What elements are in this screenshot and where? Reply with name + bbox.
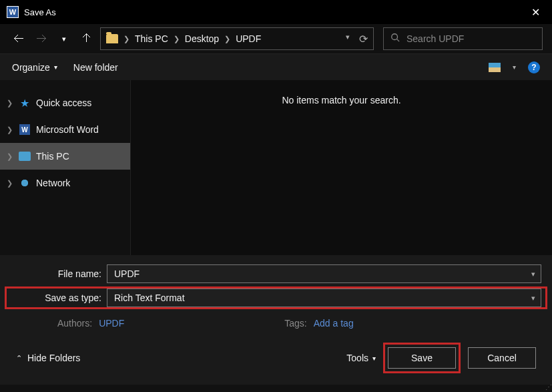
save-button[interactable]: Save	[388, 347, 456, 369]
organize-menu[interactable]: Organize ▾	[12, 62, 57, 73]
network-icon	[19, 178, 30, 188]
folder-icon	[106, 34, 118, 43]
chevron-right-icon: ❯	[171, 35, 182, 43]
breadcrumb-leaf[interactable]: UPDF	[236, 33, 261, 44]
view-dropdown[interactable]: ▾	[513, 63, 516, 71]
tools-menu[interactable]: Tools ▾	[346, 353, 376, 363]
breadcrumb-mid[interactable]: Desktop	[185, 33, 219, 44]
sidebar-item-word[interactable]: ❯ W Microsoft Word	[0, 116, 130, 143]
resize-grip[interactable]: ⋰	[545, 383, 551, 391]
tags-value[interactable]: Add a tag	[314, 318, 354, 329]
footer: ⌃ Hide Folders Tools ▾ Save Cancel	[7, 338, 545, 379]
chevron-right-icon: ❯	[121, 35, 132, 43]
recent-dropdown[interactable]: ▾	[55, 29, 73, 48]
chevron-right-icon: ❯	[7, 152, 13, 161]
star-icon: ★	[19, 97, 31, 108]
savetype-select[interactable]: Rich Text Format ▾	[107, 288, 541, 307]
chevron-right-icon: ❯	[222, 35, 233, 43]
file-list-area: No items match your search.	[131, 80, 552, 255]
pc-icon	[19, 152, 31, 161]
save-form: File name: UPDF ▾ Save as type: Rich Tex…	[0, 255, 552, 385]
up-button[interactable]: 🡡	[77, 29, 96, 48]
nav-bar: 🡠 🡢 ▾ 🡡 ❯ This PC ❯ Desktop ❯ UPDF ▾ ⟳ S…	[0, 24, 552, 53]
address-bar[interactable]: ❯ This PC ❯ Desktop ❯ UPDF ▾ ⟳	[100, 27, 374, 50]
sidebar: ❯ ★ Quick access ❯ W Microsoft Word ❯ Th…	[0, 80, 131, 255]
address-dropdown[interactable]: ▾	[346, 33, 350, 45]
sidebar-item-label: Quick access	[36, 97, 91, 108]
svg-line-1	[397, 39, 400, 42]
cancel-button[interactable]: Cancel	[468, 347, 536, 369]
filename-input[interactable]: UPDF ▾	[107, 264, 541, 283]
view-options-icon[interactable]	[489, 63, 501, 72]
new-folder-button[interactable]: New folder	[73, 62, 118, 73]
refresh-button[interactable]: ⟳	[359, 33, 368, 45]
sidebar-item-this-pc[interactable]: ❯ This PC	[0, 143, 130, 170]
close-button[interactable]: ✕	[526, 3, 545, 21]
chevron-right-icon: ❯	[7, 99, 13, 108]
main-area: ❯ ★ Quick access ❯ W Microsoft Word ❯ Th…	[0, 80, 552, 255]
savetype-label: Save as type:	[7, 292, 107, 303]
sidebar-item-label: This PC	[36, 151, 69, 162]
search-icon	[390, 33, 400, 45]
hide-folders-toggle[interactable]: ⌃ Hide Folders	[16, 353, 80, 363]
forward-button[interactable]: 🡢	[32, 29, 51, 48]
authors-label: Authors:	[57, 318, 92, 329]
search-placeholder: Search UPDF	[406, 33, 464, 44]
breadcrumb-root[interactable]: This PC	[135, 33, 168, 44]
svg-point-0	[392, 34, 398, 40]
chevron-down-icon: ▾	[531, 270, 535, 278]
chevron-right-icon: ❯	[7, 126, 13, 134]
help-button[interactable]: ?	[528, 61, 540, 73]
chevron-up-icon: ⌃	[16, 354, 22, 363]
tags-label: Tags:	[284, 318, 306, 329]
authors-value[interactable]: UPDF	[99, 318, 124, 329]
sidebar-item-network[interactable]: ❯ Network	[0, 170, 130, 196]
search-input[interactable]: Search UPDF	[383, 27, 543, 50]
word-icon: W	[19, 124, 30, 135]
filename-label: File name:	[7, 268, 107, 279]
titlebar: W Save As ✕	[0, 0, 552, 24]
save-type-row-highlight: Save as type: Rich Text Format ▾	[7, 288, 545, 307]
sidebar-item-label: Network	[36, 178, 70, 188]
chevron-down-icon: ▾	[54, 63, 57, 71]
toolbar: Organize ▾ New folder ▾ ?	[0, 53, 552, 80]
chevron-down-icon: ▾	[531, 294, 535, 303]
sidebar-item-quick-access[interactable]: ❯ ★ Quick access	[0, 89, 130, 116]
word-app-icon: W	[7, 6, 19, 18]
back-button[interactable]: 🡠	[9, 29, 28, 48]
empty-message: No items match your search.	[282, 95, 400, 106]
chevron-right-icon: ❯	[7, 179, 13, 188]
window-title: Save As	[24, 7, 56, 17]
sidebar-item-label: Microsoft Word	[36, 124, 99, 135]
chevron-down-icon: ▾	[372, 355, 376, 362]
